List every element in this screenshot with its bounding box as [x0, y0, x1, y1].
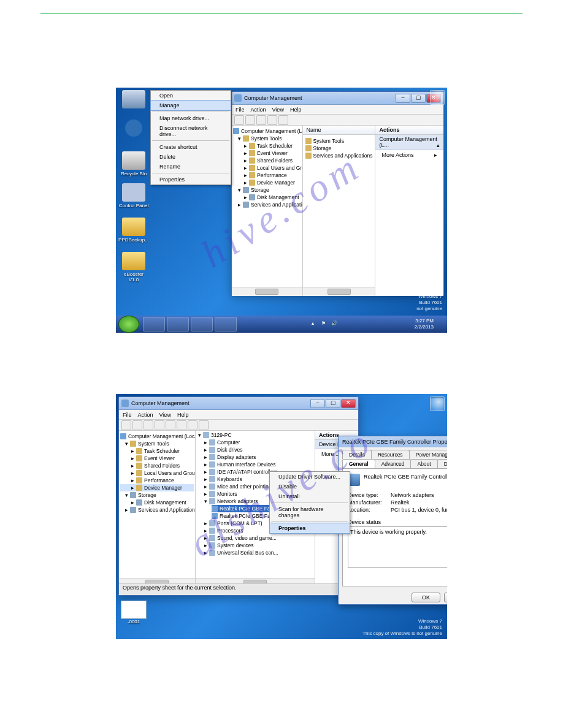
taskbar-app-media[interactable]: [191, 317, 213, 332]
tab-advanced[interactable]: Advanced: [375, 459, 412, 468]
tree-system-tools[interactable]: System Tools: [251, 135, 282, 142]
list-header[interactable]: Name: [303, 126, 375, 135]
list-item[interactable]: System Tools: [305, 137, 373, 145]
window-title-bar[interactable]: Computer Management – ▢ ✕: [119, 397, 358, 410]
tab-general[interactable]: General: [342, 459, 375, 468]
tree-item[interactable]: ▸Local Users and Groups: [120, 469, 194, 477]
device-root[interactable]: 3129-PC: [211, 432, 232, 438]
desktop-icon-folder-1[interactable]: PPDBackup...: [118, 218, 149, 243]
taskbar-thumbnail[interactable]: -0001: [121, 601, 147, 624]
desktop-icon-control-panel[interactable]: Control Panel: [118, 183, 149, 208]
menu-help[interactable]: Help: [290, 107, 302, 113]
tree-services[interactable]: Services and Applications: [251, 202, 303, 208]
tray-flag-icon[interactable]: ⚑: [321, 320, 329, 328]
menu-action[interactable]: Action: [138, 412, 153, 418]
tree-root[interactable]: Computer Management (Local): [241, 128, 303, 134]
tree-storage[interactable]: Storage: [251, 187, 269, 193]
device-category[interactable]: ▸Display adapters: [196, 453, 315, 461]
tree-item[interactable]: ▸Local Users and Groups: [233, 164, 301, 172]
cancel-button[interactable]: Cancel: [444, 593, 447, 602]
ok-button[interactable]: OK: [412, 593, 440, 602]
menu-file[interactable]: File: [236, 107, 245, 113]
tree-root[interactable]: Computer Management (Local): [128, 433, 196, 439]
list-item[interactable]: Services and Applications: [305, 152, 373, 159]
ctx-manage[interactable]: Manage: [150, 100, 231, 111]
dialog-title-bar[interactable]: Realtek PCIe GBE Family Controller Prope…: [339, 436, 447, 447]
tree-item[interactable]: ▸Performance: [120, 477, 194, 484]
tab-resources[interactable]: Resources: [371, 450, 410, 459]
list-item[interactable]: Storage: [305, 145, 373, 152]
tree-item[interactable]: ▸Device Manager: [120, 484, 194, 491]
sidebar-gadget-icon[interactable]: [430, 90, 445, 105]
device-category[interactable]: ▸Computer: [196, 439, 315, 446]
minimize-button[interactable]: –: [310, 399, 325, 408]
actions-more[interactable]: More Actions▸: [375, 150, 443, 160]
toolbar-forward-icon[interactable]: [132, 420, 142, 430]
sidebar-gadget-icon[interactable]: [430, 396, 445, 411]
menu-action[interactable]: Action: [251, 107, 266, 113]
ctx-properties[interactable]: Properties: [151, 175, 231, 184]
tree-item[interactable]: ▸Disk Management: [233, 194, 301, 201]
taskbar-app-explorer[interactable]: [167, 317, 189, 332]
menu-view[interactable]: View: [159, 412, 171, 418]
tray-volume-icon[interactable]: 🔊: [331, 320, 339, 328]
tree-item[interactable]: ▸Device Manager: [233, 179, 301, 186]
minimize-button[interactable]: –: [396, 94, 410, 103]
tree-pane[interactable]: Computer Management (Local) ▾System Tool…: [119, 431, 196, 587]
ctx-scan-hardware[interactable]: Scan for hardware changes: [270, 504, 350, 520]
tree-item[interactable]: ▸Universal Serial Bus con...: [196, 549, 315, 556]
toolbar-properties-icon[interactable]: [267, 115, 277, 125]
close-button[interactable]: ✕: [341, 399, 356, 408]
tab-power-management[interactable]: Power Management: [409, 450, 447, 459]
desktop-icon-folder-2[interactable]: eBooster V1.0: [118, 252, 149, 282]
tree-item[interactable]: ▸Task Scheduler: [233, 142, 301, 150]
ctx-uninstall[interactable]: Uninstall: [270, 491, 350, 501]
toolbar-view-icon[interactable]: [144, 420, 153, 430]
ctx-disconnect-drive[interactable]: Disconnect network drive...: [151, 123, 231, 139]
tree-item[interactable]: ▸Disk Management: [120, 499, 194, 506]
ctx-create-shortcut[interactable]: Create shortcut: [151, 142, 231, 152]
toolbar-back-icon[interactable]: [234, 115, 244, 125]
tree-services[interactable]: Services and Applications: [138, 507, 196, 513]
tab-about[interactable]: About: [410, 459, 437, 468]
menu-view[interactable]: View: [272, 107, 284, 113]
device-category[interactable]: ▸Human Interface Devices: [196, 461, 315, 468]
toolbar-back-icon[interactable]: [121, 420, 131, 430]
tab-driver[interactable]: Driver: [437, 459, 447, 468]
ctx-open[interactable]: Open: [151, 91, 231, 100]
toolbar-scan-icon[interactable]: [188, 420, 197, 430]
tree-item[interactable]: ▸Shared Folders: [233, 157, 301, 164]
ctx-map-drive[interactable]: Map network drive...: [151, 113, 231, 123]
taskbar-clock[interactable]: 3:27 PM 2/2/2013: [415, 318, 434, 330]
tree-item[interactable]: ▸Performance: [233, 172, 301, 179]
tree-item[interactable]: ▸Sound, video and game...: [196, 534, 315, 542]
ctx-update-driver[interactable]: Update Driver Software...: [270, 472, 350, 482]
ctx-properties[interactable]: Properties: [269, 523, 350, 534]
menu-help[interactable]: Help: [177, 412, 189, 418]
taskbar-app-ie[interactable]: [143, 317, 165, 332]
taskbar-app-mgmt[interactable]: [215, 317, 237, 332]
horizontal-scrollbar[interactable]: [303, 287, 375, 296]
tree-item[interactable]: ▸Event Viewer: [120, 455, 194, 462]
toolbar-help-icon[interactable]: [177, 420, 186, 430]
toolbar-forward-icon[interactable]: [245, 115, 255, 125]
tree-pane[interactable]: Computer Management (Local) ▾System Tool…: [232, 126, 303, 296]
tree-system-tools[interactable]: System Tools: [138, 441, 169, 447]
tree-storage[interactable]: Storage: [138, 492, 156, 498]
horizontal-scrollbar[interactable]: [232, 287, 302, 296]
desktop-icon-recycle-bin[interactable]: Recycle Bin: [118, 151, 149, 176]
toolbar-refresh-icon[interactable]: [256, 115, 266, 125]
toolbar-refresh-icon[interactable]: [155, 420, 164, 430]
start-button[interactable]: [118, 316, 139, 333]
tab-details[interactable]: Details: [342, 450, 372, 459]
maximize-button[interactable]: ▢: [411, 94, 426, 103]
ctx-disable[interactable]: Disable: [270, 482, 350, 491]
desktop-icon-computer[interactable]: [118, 90, 149, 110]
menu-file[interactable]: File: [123, 412, 132, 418]
toolbar-properties-icon[interactable]: [166, 420, 175, 430]
desktop-icon-network[interactable]: [118, 119, 149, 138]
tree-item[interactable]: ▸Event Viewer: [233, 150, 301, 157]
tree-item[interactable]: ▸System devices: [196, 542, 315, 549]
tree-item[interactable]: ▸Shared Folders: [120, 462, 194, 469]
tree-item[interactable]: ▸Task Scheduler: [120, 447, 194, 455]
